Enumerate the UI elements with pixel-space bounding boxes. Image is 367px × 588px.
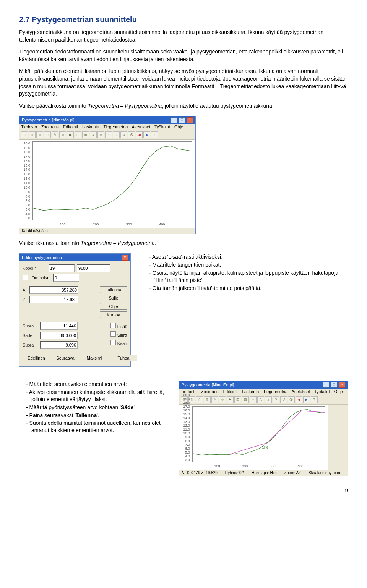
toolbar-btn[interactable]: ✎ [52, 131, 58, 138]
paragraph-3: Mikäli pääikkunan elementtilistaan on lu… [19, 68, 348, 97]
menu-laskenta[interactable]: Laskenta [242, 389, 259, 394]
toolbar-btn[interactable]: ▯ [21, 131, 28, 138]
toolbar-btn[interactable]: ↺ [280, 396, 287, 403]
status-haku: Hakutapa: Hiiri [252, 471, 277, 475]
maximize-button[interactable]: □ [331, 382, 337, 388]
toolbar-btn[interactable]: # [105, 131, 112, 138]
close-button[interactable]: × [339, 382, 345, 388]
menu-editointi[interactable]: Editointi [63, 125, 78, 129]
edellinen-button[interactable]: Edellinen [23, 355, 50, 361]
menu-bar[interactable]: Tiedosto Zoomaus Editointi Laskenta Tieg… [179, 389, 348, 395]
toolbar-btn[interactable]: ⦿ [288, 396, 295, 403]
toolbar-btn[interactable]: ⊡ [75, 131, 81, 138]
toolbar-btn[interactable]: ⊡ [234, 396, 241, 403]
toolbar-btn[interactable]: ⊞ [242, 396, 249, 403]
tallenna-button[interactable]: Tallenna [100, 286, 127, 293]
toolbar-btn[interactable]: ? [273, 396, 279, 403]
ohje-button[interactable]: Ohje [100, 303, 127, 310]
a-field[interactable] [29, 286, 78, 294]
toolbar-btn[interactable]: ⇆ [227, 396, 234, 403]
z-label: Z [23, 297, 27, 302]
list-item: Aseta 'Lisää'-rasti aktiiviseksi. [149, 253, 348, 261]
kumoa-button[interactable]: Kumoa [100, 311, 127, 318]
toolbar-btn[interactable]: ≡ [90, 131, 97, 138]
menu-tiedosto[interactable]: Tiedosto [21, 125, 37, 129]
sade-field[interactable] [40, 332, 78, 339]
toolbar-btn[interactable]: ▯ [196, 396, 203, 403]
toolbar-btn[interactable]: ⊞ [82, 131, 89, 138]
toolbar-btn[interactable]: ≡ [250, 396, 257, 403]
maksimi-button[interactable]: Maksimi [81, 355, 108, 361]
menu-ohje[interactable]: Ohje [334, 389, 343, 394]
paragraph-5: Valitse ikkunasta toiminto Tiegeometria … [19, 240, 348, 247]
toolbar-btn[interactable]: ⇆ [67, 131, 74, 138]
menu-asetukset[interactable]: Asetukset [292, 389, 310, 394]
list-item: Aktivoi ensimmäinen kulmapiste klikkaama… [26, 389, 167, 403]
toolbar: ▯ ▯ ▯ ▯ ✎ ☺ ⇆ ⊡ ⊞ ≡ A # ? ↺ ⦿ ◀ ▶ ? [19, 130, 195, 140]
suora2-field[interactable] [40, 341, 78, 349]
pystygeometria-window: Pystygeometria [Nimetön.pi] _ □ × Tiedos… [19, 116, 196, 234]
minimize-button[interactable]: _ [323, 382, 329, 388]
toolbar-btn[interactable]: ◀ [136, 131, 143, 138]
menu-bar[interactable]: Tiedosto Zoomaus Editointi Laskenta Tieg… [19, 124, 195, 130]
koodi-field-1[interactable] [49, 264, 75, 272]
menu-tiegeometria[interactable]: Tiegeometria [263, 389, 287, 394]
menu-laskenta[interactable]: Laskenta [82, 125, 99, 129]
z-field[interactable] [29, 296, 78, 303]
menu-tyokalut[interactable]: Työkalut [314, 389, 330, 394]
toolbar-btn[interactable]: ☺ [219, 396, 226, 403]
toolbar-btn[interactable]: ? [151, 131, 158, 138]
toolbar-btn[interactable]: ◀ [296, 396, 302, 403]
list-item: Määritä pyöristyssäteen arvo kohtaan 'Sä… [26, 404, 167, 411]
chart-label: 8.096 [261, 446, 268, 450]
menu-zoomaus[interactable]: Zoomaus [41, 125, 59, 129]
kaari-checkbox[interactable]: Kaari [110, 340, 127, 346]
tuhoa-button[interactable]: Tuhoa [110, 355, 137, 361]
koodi-label: Koodi * [23, 266, 46, 271]
sulje-button[interactable]: Sulje [100, 295, 127, 301]
seuraava-button[interactable]: Seuraava [52, 355, 79, 361]
toolbar-btn[interactable]: ↺ [120, 131, 127, 138]
toolbar-btn[interactable]: ? [113, 131, 120, 138]
toolbar-btn[interactable]: ▯ [29, 131, 36, 138]
close-button[interactable]: × [187, 117, 193, 123]
siirra-checkbox[interactable]: Siirrä [110, 331, 127, 337]
toolbar-btn[interactable]: ▶ [143, 131, 150, 138]
menu-ohje[interactable]: Ohje [174, 125, 183, 129]
koodi-field-2[interactable] [77, 264, 110, 272]
menu-editointi[interactable]: Editointi [223, 389, 238, 394]
toolbar-btn[interactable]: ⦿ [128, 131, 135, 138]
toolbar-btn[interactable]: ? [311, 396, 318, 403]
dialog-close-button[interactable]: × [122, 255, 128, 261]
maximize-button[interactable]: □ [179, 117, 185, 123]
lisaa-checkbox[interactable]: Lisää [110, 323, 127, 329]
suora1-field[interactable] [40, 322, 78, 330]
window-titlebar: Pystygeometria [Nimetön.pi] _ □ × [19, 116, 195, 124]
menu-zoomaus[interactable]: Zoomaus [201, 389, 219, 394]
toolbar-btn[interactable]: A [97, 131, 104, 138]
status-skaala: Skaalaus näyttöön [309, 471, 340, 475]
toolbar-btn[interactable]: ▯ [36, 131, 43, 138]
toolbar-btn[interactable]: A [257, 396, 264, 403]
bottom-bullet-list: Määrittele seuraavaksi elementtien arvot… [19, 381, 167, 435]
pystygeometria-window-small: Pystygeometria [Nimetön.pi] _ □ × Tiedos… [179, 381, 348, 476]
dialog-title: Editoi pystygeometria [22, 255, 62, 260]
plot-region[interactable] [32, 141, 192, 220]
menu-tyokalut[interactable]: Työkalut [154, 125, 170, 129]
menu-asetukset[interactable]: Asetukset [132, 125, 150, 129]
toolbar-btn[interactable]: ☺ [59, 131, 66, 138]
toolbar-btn[interactable]: ✎ [211, 396, 218, 403]
menu-tiegeometria[interactable]: Tiegeometria [104, 125, 128, 129]
plot-region[interactable]: 8.096 [192, 406, 325, 462]
toolbar-btn[interactable]: # [265, 396, 272, 403]
toolbar-btn[interactable]: ▶ [303, 396, 310, 403]
sade-label: Säde [23, 333, 38, 338]
ominaisu-checkbox[interactable] [23, 275, 28, 280]
x-axis-ticks: 100 200 300 400 [192, 464, 325, 468]
toolbar-btn[interactable]: ▯ [44, 131, 51, 138]
minimize-button[interactable]: _ [171, 117, 177, 123]
section-heading: 2.7 Pystygeometrian suunnittelu [19, 15, 348, 24]
right-bullet-list: Aseta 'Lisää'-rasti aktiiviseksi. Määrit… [142, 253, 348, 292]
ominaisu-field[interactable] [53, 274, 79, 282]
toolbar-btn[interactable]: ▯ [204, 396, 211, 403]
